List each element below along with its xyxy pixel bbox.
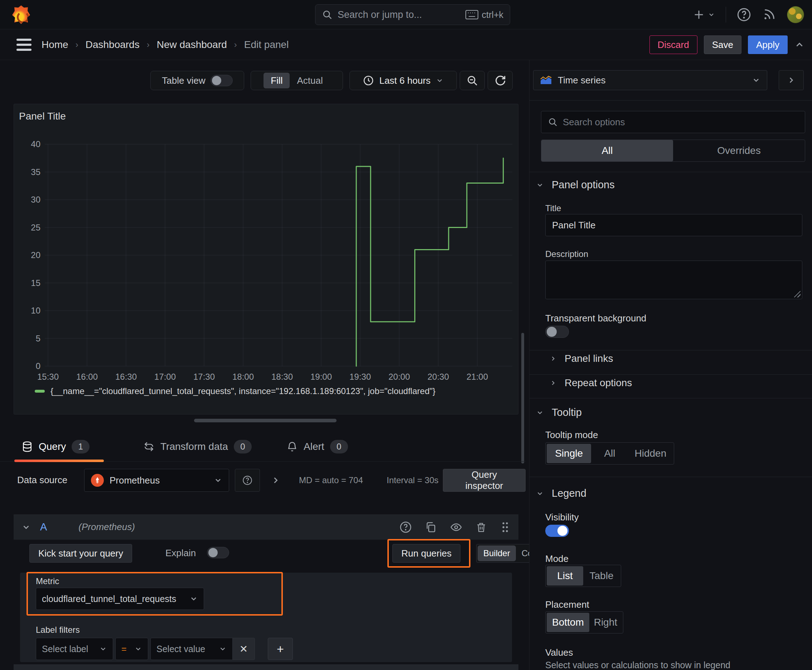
tab-query[interactable]: Query 1: [22, 434, 90, 460]
tooltip-hidden-option[interactable]: Hidden: [628, 444, 673, 463]
menu-toggle-button[interactable]: [17, 39, 32, 51]
resize-grip-icon[interactable]: [794, 291, 800, 298]
select-value-dropdown[interactable]: Select value: [150, 638, 233, 660]
datasource-picker[interactable]: Prometheus: [84, 469, 229, 492]
operator-dropdown[interactable]: =: [115, 638, 148, 660]
query-ref-id: A: [40, 521, 47, 533]
panel-resize-handle[interactable]: [194, 419, 337, 422]
transparent-background-toggle[interactable]: [545, 326, 569, 338]
mode-label: Mode: [545, 553, 568, 564]
datasource-help-button[interactable]: [235, 469, 260, 492]
legend-list-option[interactable]: List: [547, 566, 583, 585]
svg-text:20:00: 20:00: [388, 372, 410, 382]
chevron-down-icon: [536, 409, 544, 416]
svg-text:20: 20: [31, 250, 41, 260]
tab-all[interactable]: All: [541, 140, 673, 161]
breadcrumb-new-dashboard[interactable]: New dashboard: [157, 39, 227, 51]
chevron-down-icon: [436, 76, 444, 85]
query-help-icon[interactable]: [400, 521, 412, 533]
chevron-right-icon: [549, 355, 557, 362]
expand-chevron-right-icon[interactable]: [271, 475, 281, 485]
query-inspector-button[interactable]: Query inspector: [443, 469, 526, 492]
tab-alert[interactable]: Alert 0: [286, 434, 348, 460]
svg-text:18:30: 18:30: [271, 372, 293, 382]
svg-text:16:30: 16:30: [115, 372, 137, 382]
table-view-toggle[interactable]: [210, 75, 233, 86]
run-queries-button[interactable]: Run queries: [392, 544, 460, 563]
panel-links-section[interactable]: Panel links: [549, 353, 613, 364]
select-label-dropdown[interactable]: Select label: [36, 638, 113, 660]
remove-filter-button[interactable]: ✕: [233, 638, 255, 660]
builder-option[interactable]: Builder: [478, 545, 516, 561]
legend-table-option[interactable]: Table: [583, 566, 620, 585]
kick-start-query-button[interactable]: Kick start your query: [29, 544, 132, 563]
chart-legend[interactable]: {__name__="cloudflared_tunnel_total_requ…: [35, 386, 436, 396]
query-stats: MD = auto = 704: [299, 475, 363, 485]
collapse-chevron-up-icon[interactable]: [794, 39, 805, 50]
toggle-visibility-icon[interactable]: [450, 521, 463, 533]
svg-text:18:00: 18:00: [232, 372, 254, 382]
breadcrumb-dashboards[interactable]: Dashboards: [86, 39, 140, 51]
refresh-button[interactable]: [488, 71, 513, 90]
time-series-chart[interactable]: 051015202530354015:3016:0016:3017:0017:3…: [14, 104, 519, 383]
breadcrumb-separator: ›: [76, 40, 78, 50]
drag-handle-icon[interactable]: [500, 521, 510, 533]
fill-option[interactable]: Fill: [263, 73, 290, 88]
zoom-out-button[interactable]: [460, 71, 485, 90]
metric-select[interactable]: cloudflared_tunnel_total_requests: [36, 588, 204, 610]
options-tabs: All Overrides: [541, 140, 805, 162]
keyboard-icon: [465, 10, 478, 19]
add-filter-button[interactable]: +: [268, 638, 293, 660]
plus-icon: [693, 8, 705, 21]
metric-value: cloudflared_tunnel_total_requests: [42, 594, 176, 604]
chevron-down-icon: [752, 76, 760, 85]
description-textarea[interactable]: [545, 261, 802, 299]
apply-button[interactable]: Apply: [748, 36, 788, 54]
save-button[interactable]: Save: [704, 36, 741, 54]
placement-label: Placement: [545, 599, 589, 610]
delete-query-icon[interactable]: [475, 521, 487, 533]
panel-title-input[interactable]: Panel Title: [545, 214, 802, 236]
svg-text:25: 25: [31, 223, 41, 232]
news-rss-icon[interactable]: [762, 7, 776, 22]
add-menu-button[interactable]: [693, 8, 715, 21]
tab-overrides[interactable]: Overrides: [673, 140, 805, 161]
visualization-picker[interactable]: Time series: [533, 70, 767, 90]
tooltip-all-option[interactable]: All: [591, 444, 628, 463]
metric-label: Metric: [36, 576, 59, 586]
svg-text:17:00: 17:00: [154, 372, 176, 382]
user-avatar[interactable]: [787, 6, 804, 23]
legend-bottom-option[interactable]: Bottom: [547, 613, 589, 632]
actual-option[interactable]: Actual: [290, 73, 330, 88]
visibility-label: Visibility: [545, 512, 578, 523]
legend-visibility-toggle[interactable]: [545, 524, 569, 537]
collapse-chevron-down-icon[interactable]: [22, 523, 31, 532]
label-filters-label: Label filters: [36, 625, 80, 635]
bell-icon: [286, 441, 298, 452]
svg-text:20:30: 20:30: [427, 372, 449, 382]
query-row-header[interactable]: A (Prometheus): [14, 514, 519, 540]
legend-right-option[interactable]: Right: [589, 613, 622, 632]
duplicate-query-icon[interactable]: [425, 521, 437, 533]
collapse-sidebar-button[interactable]: [779, 70, 804, 90]
chevron-down-icon: [708, 11, 715, 18]
search-options-input[interactable]: Search options: [541, 111, 805, 133]
svg-text:21:00: 21:00: [466, 372, 488, 382]
panel-options-section[interactable]: Panel options: [536, 179, 615, 191]
tab-transform-data[interactable]: Transform data 0: [143, 434, 252, 460]
breadcrumb-home[interactable]: Home: [42, 39, 68, 51]
tooltip-single-option[interactable]: Single: [547, 444, 591, 463]
grafana-logo-icon[interactable]: [12, 5, 30, 24]
search-input[interactable]: Search or jump to... ctrl+k: [315, 4, 510, 25]
help-icon[interactable]: [737, 7, 751, 22]
time-range-picker[interactable]: Last 6 hours: [349, 71, 457, 90]
svg-text:30: 30: [31, 195, 41, 205]
datasource-label: Data source: [17, 475, 67, 486]
explain-toggle[interactable]: [207, 547, 229, 558]
legend-section[interactable]: Legend: [536, 487, 587, 499]
table-view-label: Table view: [162, 75, 205, 86]
discard-button[interactable]: Discard: [649, 36, 697, 54]
tooltip-section[interactable]: Tooltip: [536, 406, 582, 418]
repeat-options-section[interactable]: Repeat options: [549, 377, 632, 389]
refresh-icon: [494, 74, 506, 86]
